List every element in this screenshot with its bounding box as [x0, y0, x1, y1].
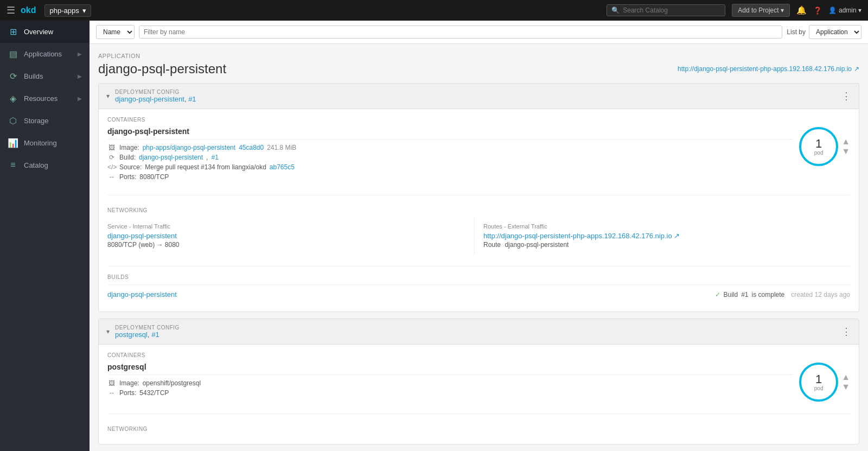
- chevron-right-icon: ▶: [78, 73, 82, 79]
- kebab-menu-1[interactable]: ⋮: [841, 90, 851, 102]
- dc-name-1[interactable]: django-psql-persistent: [115, 95, 184, 103]
- search-input[interactable]: [623, 7, 720, 14]
- ports-label-2: Ports:: [119, 389, 136, 397]
- deployment-header-1: ▾ DEPLOYMENT CONFIG django-psql-persiste…: [99, 84, 859, 109]
- pod-label-2: pod: [814, 385, 824, 391]
- content-area: APPLICATION django-psql-persistent http:…: [90, 44, 868, 451]
- containers-section-2: CONTAINERS postgresql 🖼 Image: openshift…: [107, 345, 850, 409]
- username: admin ▾: [839, 7, 861, 14]
- sidebar-item-storage[interactable]: ⬡ Storage: [0, 110, 90, 132]
- sidebar-item-catalog[interactable]: ≡ Catalog: [0, 154, 90, 176]
- deployment-card-2: ▾ DEPLOYMENT CONFIG postgresql, #1 ⋮ CON…: [98, 319, 859, 444]
- container-row-2: postgresql 🖼 Image: openshift/postgresql…: [107, 363, 850, 402]
- dc-name-2[interactable]: postgresql: [115, 331, 148, 339]
- build-icon: ⟳: [107, 154, 116, 161]
- project-selector[interactable]: php-apps ▾: [44, 4, 91, 17]
- image-label-2: Image:: [119, 379, 139, 387]
- sidebar-item-resources[interactable]: ◈ Resources ▶: [0, 87, 90, 110]
- service-link[interactable]: django-psql-persistent: [107, 232, 474, 240]
- external-link-icon: ↗: [854, 65, 859, 73]
- route-text: Route: [483, 241, 501, 249]
- bell-icon[interactable]: 🔔: [796, 5, 807, 15]
- ports-value-2: 5432/TCP: [139, 389, 169, 397]
- sidebar-item-applications[interactable]: ▤ Applications ▶: [0, 43, 90, 65]
- list-by-select[interactable]: Application Label: [809, 25, 861, 39]
- routes-link[interactable]: http://django-psql-persistent-php-apps.1…: [483, 232, 850, 240]
- collapse-toggle-2[interactable]: ▾: [106, 328, 110, 335]
- filter-bar: Name List by Application Label: [90, 21, 868, 44]
- topbar: ☰ okd php-apps ▾ 🔍 Add to Project ▾ 🔔 ❓ …: [0, 0, 868, 21]
- container-info-2: postgresql 🖼 Image: openshift/postgresql…: [107, 363, 793, 399]
- container-row-1: django-psql-persistent 🖼 Image: php-apps…: [107, 127, 850, 183]
- add-to-project-button[interactable]: Add to Project ▾: [732, 4, 790, 17]
- route-label: Route django-psql-persistent: [483, 241, 850, 249]
- networking-row-1: Service - Internal Traffic django-psql-p…: [107, 218, 850, 254]
- deployment-config-info-1: DEPLOYMENT CONFIG django-psql-persistent…: [115, 89, 196, 103]
- dc-num-2[interactable]: #1: [151, 331, 159, 339]
- containers-label-2: CONTAINERS: [107, 352, 850, 358]
- deployment-config-info-2: DEPLOYMENT CONFIG postgresql, #1: [115, 325, 180, 339]
- builds-section-1: BUILDS django-psql-persistent ✓ Build #1…: [107, 271, 850, 312]
- divider-3: [107, 414, 850, 414]
- routes-subtitle: Routes - External Traffic: [483, 223, 850, 230]
- source-link[interactable]: ab765c5: [270, 163, 295, 171]
- build-created: created 12 days ago: [791, 291, 850, 298]
- ports-icon: ↔: [107, 173, 116, 181]
- kebab-menu-2[interactable]: ⋮: [841, 326, 851, 338]
- sidebar-label: Builds: [24, 72, 72, 80]
- scale-down-button-1[interactable]: ▼: [841, 147, 850, 156]
- resources-icon: ◈: [8, 93, 18, 104]
- app-header: django-psql-persistent http://django-psq…: [98, 61, 859, 77]
- sidebar-item-overview[interactable]: ⊞ Overview: [0, 21, 90, 43]
- hamburger-icon[interactable]: ☰: [7, 4, 15, 16]
- route-link[interactable]: django-psql-persistent: [505, 241, 569, 249]
- collapse-toggle-1[interactable]: ▾: [106, 92, 110, 100]
- ports-icon-2: ↔: [107, 389, 116, 397]
- build-status-num[interactable]: #1: [741, 291, 748, 298]
- pod-group-2: 1 pod ▲ ▼: [799, 363, 850, 402]
- builds-icon: ⟳: [8, 71, 18, 81]
- divider-1: [107, 195, 850, 195]
- search-icon: 🔍: [611, 7, 620, 14]
- build-status-text: Build: [724, 291, 738, 298]
- user-icon: 👤: [828, 7, 837, 14]
- sidebar-label: Storage: [24, 117, 82, 125]
- service-subtitle: Service - Internal Traffic: [107, 223, 474, 230]
- main-content: Name List by Application Label APPLICATI…: [90, 21, 868, 451]
- monitoring-icon: 📊: [8, 138, 18, 148]
- sidebar-item-builds[interactable]: ⟳ Builds ▶: [0, 65, 90, 87]
- build-link[interactable]: django-psql-persistent: [139, 154, 203, 161]
- image-label: Image:: [119, 144, 139, 151]
- image-link[interactable]: php-apps/django-psql-persistent: [143, 144, 235, 151]
- applications-icon: ▤: [8, 49, 18, 59]
- catalog-search[interactable]: 🔍: [607, 4, 725, 16]
- chevron-right-icon: ▶: [78, 96, 82, 101]
- ports-label: Ports:: [119, 173, 136, 181]
- user-menu[interactable]: 👤 admin ▾: [828, 7, 861, 14]
- sidebar-item-monitoring[interactable]: 📊 Monitoring: [0, 132, 90, 154]
- sidebar: ⊞ Overview ▤ Applications ▶ ⟳ Builds ▶ ◈…: [0, 21, 90, 451]
- build-detail: ⟳ Build: django-psql-persistent, #1: [107, 154, 793, 161]
- list-by-control: List by Application Label: [787, 25, 861, 39]
- check-icon: ✓: [715, 291, 720, 298]
- build-num[interactable]: #1: [211, 154, 218, 161]
- image-detail: 🖼 Image: php-apps/django-psql-persistent…: [107, 144, 793, 151]
- filter-input[interactable]: [139, 26, 782, 39]
- image-size: 241.8 MiB: [267, 144, 296, 151]
- filter-type-select[interactable]: Name: [96, 25, 135, 39]
- app-external-link[interactable]: http://django-psql-persistent-php-apps.1…: [678, 65, 859, 73]
- builds-link-1[interactable]: django-psql-persistent: [107, 290, 715, 298]
- source-label: Source:: [119, 163, 142, 171]
- source-detail: </> Source: Merge pull request #134 from…: [107, 163, 793, 171]
- scale-up-button-1[interactable]: ▲: [841, 137, 850, 146]
- dc-num-1[interactable]: #1: [188, 95, 196, 103]
- list-by-label: List by: [787, 28, 806, 36]
- help-icon[interactable]: ❓: [813, 7, 822, 15]
- scale-up-button-2[interactable]: ▲: [841, 373, 850, 382]
- image-value-2: openshift/postgresql: [143, 379, 201, 387]
- deployment-body-2: CONTAINERS postgresql 🖼 Image: openshift…: [99, 345, 859, 444]
- chevron-down-icon: ▾: [82, 7, 86, 15]
- scale-down-button-2[interactable]: ▼: [841, 383, 850, 391]
- app-title: django-psql-persistent: [98, 61, 226, 77]
- deployment-body-1: CONTAINERS django-psql-persistent 🖼 Imag…: [99, 109, 859, 312]
